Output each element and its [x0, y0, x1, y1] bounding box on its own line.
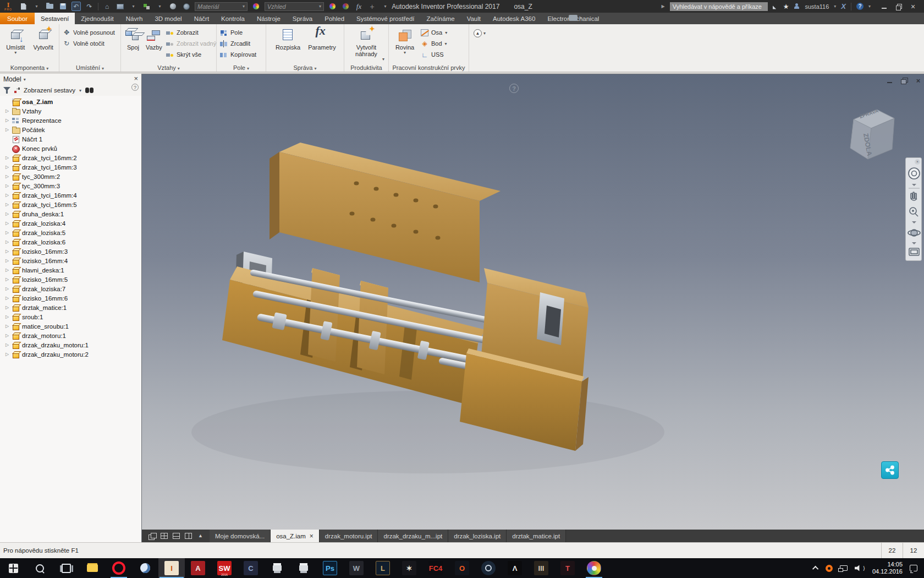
tree-item[interactable]: ▷ Konec prvků — [0, 144, 141, 153]
constrain-button[interactable]: Vazby — [145, 26, 163, 63]
panel-label[interactable]: Správa ▾ — [266, 64, 344, 71]
redo-button[interactable]: ↷ — [85, 2, 94, 11]
new-file-dropdown[interactable]: ▾ — [32, 2, 41, 11]
help-search-input[interactable]: Vyhledávat v nápovědě a příkaze — [670, 2, 768, 11]
ucs-button[interactable]: ∟ USS — [421, 50, 447, 59]
assembly-view-dropdown[interactable]: Zobrazení sestavy — [24, 87, 75, 94]
home-button[interactable]: ⌂ — [102, 2, 112, 11]
doc-minimize-button[interactable] — [886, 77, 893, 84]
expander-icon[interactable]: ▷ — [4, 249, 10, 254]
tree-item[interactable]: ▷ lozisko_16mm:4 — [0, 256, 141, 265]
joint-button[interactable]: Spoj — [124, 26, 142, 63]
mirror-button[interactable]: Zrcadlit — [220, 39, 256, 48]
taskbar-button[interactable]: III — [528, 558, 554, 578]
view-cube[interactable]: ZPRAVA ZDOLA — [835, 97, 906, 169]
close-icon[interactable]: × — [310, 532, 314, 540]
taskbar-button[interactable]: Ps — [317, 558, 343, 578]
hidden-icons-chevron[interactable] — [812, 566, 818, 572]
arrange-vertical-icon[interactable] — [185, 533, 192, 539]
expander-icon[interactable]: ▷ — [4, 258, 10, 263]
ribbon-tab[interactable]: Zjednodušit — [75, 13, 119, 24]
create-substitutes-button[interactable]: ✦ Vytvořit náhrady ▾ — [348, 26, 384, 63]
ribbon-tab[interactable]: Správa — [287, 13, 318, 24]
taskbar-button[interactable] — [475, 558, 502, 578]
tree-item[interactable]: ▷ drzak_motoru:1 — [0, 331, 141, 340]
expander-icon[interactable]: ▷ — [4, 221, 10, 226]
tree-item[interactable]: ▷ drzak_loziska:4 — [0, 219, 141, 228]
pattern-button[interactable]: Pole — [220, 28, 256, 37]
work-axis-button[interactable]: Osa ▾ — [421, 28, 447, 37]
parameters-button[interactable]: fx Parametry — [307, 26, 338, 63]
taskbar-button[interactable]: W — [343, 558, 370, 578]
tree-item[interactable]: ▷ lozisko_16mm:3 — [0, 247, 141, 256]
expander-icon[interactable]: ▷ — [4, 277, 10, 282]
close-button[interactable]: × — [910, 3, 916, 10]
help-icon[interactable]: ? — [856, 3, 864, 10]
username[interactable]: susta116 — [805, 3, 829, 10]
component-dropdown[interactable]: ▾ — [155, 2, 164, 11]
tree-item[interactable]: ▷ lozisko_16mm:5 — [0, 275, 141, 284]
tray-app-icon[interactable] — [826, 565, 833, 572]
create-component-button[interactable]: ✦ Vytvořit — [31, 26, 56, 63]
taskbar-button[interactable]: FC4 — [422, 558, 449, 578]
expander-icon[interactable]: ▷ — [4, 314, 10, 319]
open-button[interactable] — [45, 2, 54, 11]
expander-icon[interactable]: ▷ — [4, 268, 10, 272]
expander-icon[interactable]: ▷ — [4, 155, 10, 160]
tree-item[interactable]: ▷ drzak_tyci_16mm:5 — [0, 200, 141, 209]
taskbar-button[interactable] — [79, 558, 106, 578]
appearance-combo[interactable]: Vzhled▾ — [265, 2, 324, 11]
tree-item[interactable]: ▷ Náčrt 1 — [0, 134, 141, 144]
document-tab[interactable]: drzak_motoru.ipt × — [320, 530, 378, 542]
tree-item[interactable]: ▷ Vztahy — [0, 106, 141, 116]
action-center-icon[interactable] — [910, 565, 917, 571]
panel-label[interactable]: Umístění ▾ — [59, 64, 120, 71]
taskbar-button[interactable]: SW 2016 — [211, 558, 238, 578]
search-expand-arrow[interactable]: ▶ — [662, 4, 665, 9]
tree-item[interactable]: ▷ druha_deska:1 — [0, 209, 141, 219]
tree-item[interactable]: ▷ tyc_300mm:3 — [0, 181, 141, 190]
expander-icon[interactable]: ▷ — [4, 333, 10, 338]
expander-icon[interactable]: ▷ — [4, 183, 10, 188]
user-dropdown[interactable]: ▾ — [834, 4, 836, 9]
document-tab[interactable]: osa_Z.iam × — [271, 530, 320, 542]
network-icon[interactable] — [840, 565, 848, 571]
tile-windows-icon[interactable] — [161, 533, 168, 539]
taskbar-button[interactable]: A — [185, 558, 211, 578]
panel-label[interactable]: Pole ▾ — [217, 64, 266, 71]
tree-item[interactable]: ▷ sroub:1 — [0, 312, 141, 321]
taskbar-button[interactable]: ✶ — [396, 558, 422, 578]
ribbon-tab[interactable]: Soubor — [0, 13, 35, 24]
tree-item[interactable]: ▷ matice_sroubu:1 — [0, 321, 141, 331]
material-wheel-icon[interactable] — [251, 2, 261, 11]
taskbar-button[interactable]: I — [158, 558, 185, 578]
ribbon-display-options[interactable]: ▾ — [569, 15, 582, 21]
help-dropdown[interactable]: ▾ — [868, 4, 871, 9]
tree-item[interactable]: ▷ drzak_tyci_16mm:3 — [0, 162, 141, 172]
appearance-clear-icon[interactable] — [341, 2, 350, 11]
tree-item[interactable]: ▷ drztak_matice:1 — [0, 303, 141, 312]
taskbar-button[interactable]: L — [370, 558, 396, 578]
work-point-button[interactable]: ◈ Bod ▾ — [421, 39, 447, 48]
expander-icon[interactable]: ▷ — [4, 342, 10, 347]
expander-icon[interactable]: ▷ — [4, 165, 10, 170]
tree-item[interactable]: ▷ drzak_tyci_16mm:2 — [0, 153, 141, 162]
inventor-logo-icon[interactable]: IPRO — [0, 0, 16, 13]
taskbar-button[interactable] — [581, 558, 607, 578]
expander-icon[interactable]: ▷ — [4, 193, 10, 198]
taskbar-button[interactable] — [264, 558, 290, 578]
expander-icon[interactable]: ▷ — [4, 239, 10, 244]
tree-item[interactable]: ▷ Reprezentace — [0, 116, 141, 125]
hide-all-constraints-button[interactable]: Skrýt vše — [166, 50, 216, 59]
tree-item[interactable]: ▷ drzak_tyci_16mm:4 — [0, 190, 141, 200]
expander-icon[interactable]: ▷ — [4, 202, 10, 207]
maximize-button[interactable] — [895, 3, 902, 10]
graphics-viewport[interactable]: × ? ZPRAVA ZDOLA × — [142, 74, 924, 530]
ribbon-tab[interactable]: Systémové prostředí — [350, 13, 420, 24]
document-tab[interactable]: drzak_drzaku_m...ipt × — [378, 530, 448, 542]
taskbar-button[interactable]: Λ — [502, 558, 528, 578]
panel-label[interactable]: Vztahy ▾ — [121, 64, 216, 71]
new-file-button[interactable] — [19, 2, 28, 11]
ribbon-tab[interactable]: Náčrt — [188, 13, 215, 24]
place-component-button[interactable]: ↓ Umístit ▾ — [3, 26, 28, 63]
